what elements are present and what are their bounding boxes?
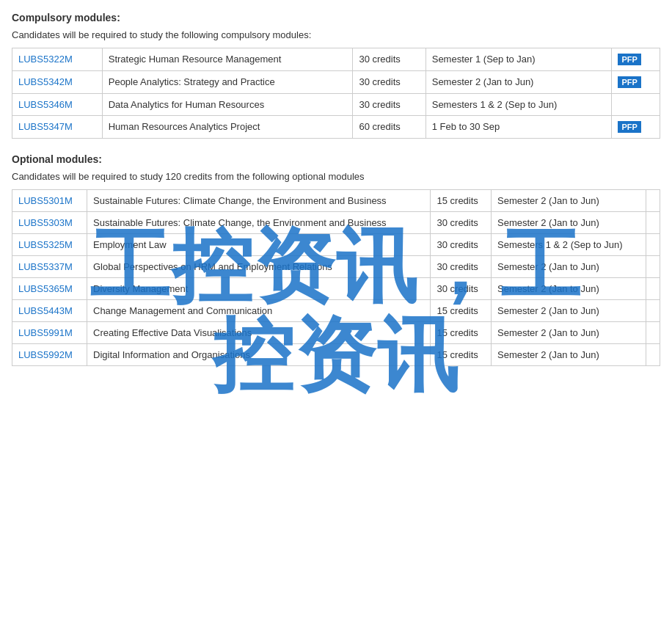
module-name: Global Perspectives on HRM and Employmen… (87, 256, 431, 278)
module-pfp (612, 94, 660, 116)
module-credits: 15 credits (431, 322, 492, 344)
module-credits: 30 credits (353, 71, 426, 94)
module-pfp (646, 300, 660, 322)
module-pfp (646, 322, 660, 344)
module-credits: 30 credits (431, 234, 492, 256)
table-row: LUBS5347M Human Resources Analytics Proj… (12, 116, 660, 139)
compulsory-intro: Candidates will be required to study the… (12, 29, 660, 40)
table-row: LUBS5342M People Analytics: Strategy and… (12, 71, 660, 94)
table-row: LUBS5346M Data Analytics for Human Resou… (12, 94, 660, 116)
module-credits: 15 credits (431, 344, 492, 366)
module-name: Change Management and Communication (87, 300, 431, 322)
module-code[interactable]: LUBS5325M (12, 234, 87, 256)
module-name: Human Resources Analytics Project (102, 116, 353, 139)
module-semester: Semesters 1 & 2 (Sep to Jun) (491, 234, 646, 256)
module-name: Strategic Human Resource Management (102, 48, 353, 71)
table-row: LUBS5301M Sustainable Futures: Climate C… (12, 190, 660, 212)
module-name: Data Analytics for Human Resources (102, 94, 353, 116)
module-credits: 15 credits (431, 190, 492, 212)
module-pfp (646, 234, 660, 256)
module-semester: Semester 2 (Jan to Jun) (491, 322, 646, 344)
module-code[interactable]: LUBS5347M (12, 116, 103, 139)
module-semester: Semester 2 (Jan to Jun) (491, 212, 646, 234)
module-name: People Analytics: Strategy and Practice (102, 71, 353, 94)
module-semester: 1 Feb to 30 Sep (426, 116, 612, 139)
module-code[interactable]: LUBS5342M (12, 71, 103, 94)
module-credits: 30 credits (353, 48, 426, 71)
optional-intro: Candidates will be required to study 120… (12, 171, 660, 182)
module-name: Digital Information and Organisations (87, 344, 431, 366)
module-semester: Semesters 1 & 2 (Sep to Jun) (426, 94, 612, 116)
module-credits: 15 credits (431, 300, 492, 322)
module-credits: 30 credits (431, 256, 492, 278)
optional-table: LUBS5301M Sustainable Futures: Climate C… (12, 189, 660, 366)
module-semester: Semester 2 (Jan to Jun) (491, 300, 646, 322)
module-code[interactable]: LUBS5991M (12, 322, 87, 344)
module-name: Employment Law (87, 234, 431, 256)
module-code[interactable]: LUBS5337M (12, 256, 87, 278)
table-row: LUBS5303M Sustainable Futures: Climate C… (12, 212, 660, 234)
table-row: LUBS5992M Digital Information and Organi… (12, 344, 660, 366)
optional-title: Optional modules: (12, 153, 660, 165)
module-credits: 30 credits (431, 278, 492, 300)
module-semester: Semester 2 (Jan to Jun) (491, 278, 646, 300)
module-code[interactable]: LUBS5443M (12, 300, 87, 322)
table-row: LUBS5325M Employment Law 30 credits Seme… (12, 234, 660, 256)
module-pfp (646, 256, 660, 278)
module-code[interactable]: LUBS5322M (12, 48, 103, 71)
table-row: LUBS5322M Strategic Human Resource Manag… (12, 48, 660, 71)
module-credits: 30 credits (353, 94, 426, 116)
module-name: Sustainable Futures: Climate Change, the… (87, 212, 431, 234)
table-row: LUBS5337M Global Perspectives on HRM and… (12, 256, 660, 278)
optional-section: Optional modules: Candidates will be req… (12, 153, 660, 366)
module-pfp (646, 344, 660, 366)
table-row: LUBS5991M Creating Effective Data Visual… (12, 322, 660, 344)
module-code[interactable]: LUBS5992M (12, 344, 87, 366)
module-name: Creating Effective Data Visualisations (87, 322, 431, 344)
module-credits: 60 credits (353, 116, 426, 139)
module-semester: Semester 2 (Jan to Jun) (491, 190, 646, 212)
module-pfp: PFP (612, 116, 660, 139)
module-semester: Semester 2 (Jan to Jun) (491, 256, 646, 278)
module-semester: Semester 2 (Jan to Jun) (426, 71, 612, 94)
module-code[interactable]: LUBS5346M (12, 94, 103, 116)
module-name: Sustainable Futures: Climate Change, the… (87, 190, 431, 212)
module-pfp (646, 278, 660, 300)
module-semester: Semester 2 (Jan to Jun) (491, 344, 646, 366)
module-semester: Semester 1 (Sep to Jan) (426, 48, 612, 71)
module-pfp: PFP (612, 48, 660, 71)
compulsory-title: Compulsory modules: (12, 12, 660, 23)
module-code[interactable]: LUBS5303M (12, 212, 87, 234)
table-row: LUBS5443M Change Management and Communic… (12, 300, 660, 322)
compulsory-section: Compulsory modules: Candidates will be r… (12, 12, 660, 139)
module-pfp (646, 190, 660, 212)
module-pfp (646, 212, 660, 234)
module-credits: 30 credits (431, 212, 492, 234)
module-code[interactable]: LUBS5365M (12, 278, 87, 300)
module-name: Diversity Management (87, 278, 431, 300)
table-row: LUBS5365M Diversity Management 30 credit… (12, 278, 660, 300)
module-pfp: PFP (612, 71, 660, 94)
module-code[interactable]: LUBS5301M (12, 190, 87, 212)
compulsory-table: LUBS5322M Strategic Human Resource Manag… (12, 48, 660, 139)
